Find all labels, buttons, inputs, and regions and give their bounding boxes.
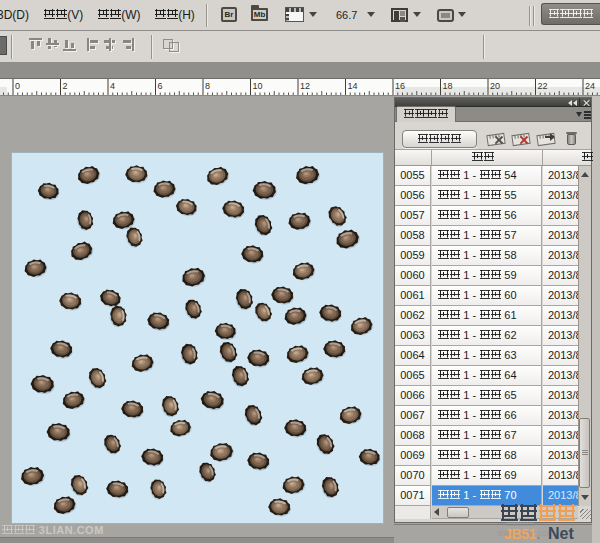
svg-text:8: 8: [205, 81, 210, 91]
svg-text:12: 12: [300, 81, 310, 91]
svg-text:2: 2: [63, 81, 68, 91]
svg-text:10: 10: [253, 81, 263, 91]
svg-text:14: 14: [348, 81, 358, 91]
svg-text:6: 6: [158, 81, 163, 91]
svg-text:0: 0: [15, 81, 20, 91]
svg-text:4: 4: [110, 81, 115, 91]
